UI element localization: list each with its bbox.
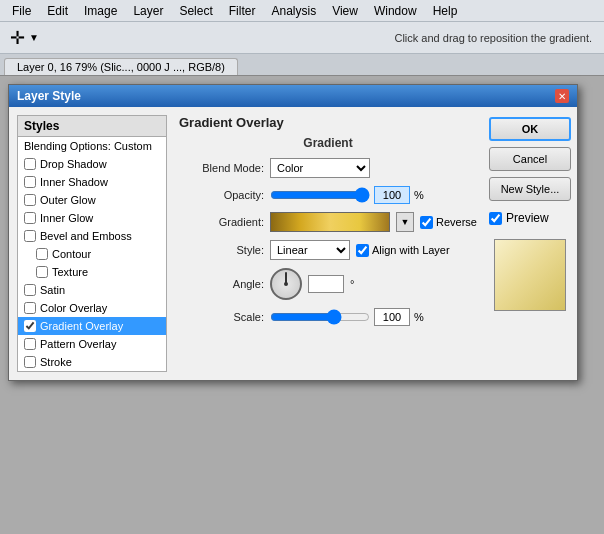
- menu-layer[interactable]: Layer: [125, 2, 171, 20]
- styles-panel-header: Styles: [18, 116, 166, 137]
- gradient-label: Gradient:: [179, 216, 264, 228]
- menubar: File Edit Image Layer Select Filter Anal…: [0, 0, 604, 22]
- blending-options-label: Blending Options: Custom: [24, 140, 152, 152]
- menu-help[interactable]: Help: [425, 2, 466, 20]
- gradient-row: Gradient: ▼ Reverse: [179, 212, 477, 232]
- scale-slider[interactable]: [270, 310, 370, 324]
- dialog-close-button[interactable]: ✕: [555, 89, 569, 103]
- style-group: Linear Radial Angle Reflected Diamond Al…: [270, 240, 477, 260]
- reverse-checkbox[interactable]: [420, 216, 433, 229]
- preview-swatch: [494, 239, 566, 311]
- contour-checkbox[interactable]: [36, 248, 48, 260]
- angle-group: 90 °: [270, 268, 477, 300]
- main-area: Layer Style ✕ Styles Blending Options: C…: [0, 76, 604, 534]
- inner-shadow-label: Inner Shadow: [40, 176, 108, 188]
- gradient-preview[interactable]: [270, 212, 390, 232]
- section-title: Gradient Overlay: [179, 115, 477, 130]
- color-overlay-label: Color Overlay: [40, 302, 107, 314]
- gradient-overlay-checkbox[interactable]: [24, 320, 36, 332]
- scale-label: Scale:: [179, 311, 264, 323]
- cancel-button[interactable]: Cancel: [489, 147, 571, 171]
- angle-dot: [284, 282, 288, 286]
- bevel-emboss-checkbox[interactable]: [24, 230, 36, 242]
- degree-label: °: [350, 278, 354, 290]
- reverse-label-wrapper: Reverse: [420, 216, 477, 229]
- outer-glow-item[interactable]: Outer Glow: [18, 191, 166, 209]
- new-style-button[interactable]: New Style...: [489, 177, 571, 201]
- dialog-title: Layer Style: [17, 89, 81, 103]
- style-row: Style: Linear Radial Angle Reflected Dia…: [179, 240, 477, 260]
- menu-analysis[interactable]: Analysis: [263, 2, 324, 20]
- bevel-emboss-label: Bevel and Emboss: [40, 230, 132, 242]
- stroke-item[interactable]: Stroke: [18, 353, 166, 371]
- stroke-label: Stroke: [40, 356, 72, 368]
- angle-dial[interactable]: [270, 268, 302, 300]
- inner-glow-label: Inner Glow: [40, 212, 93, 224]
- dialog-body: Styles Blending Options: Custom Drop Sha…: [9, 107, 577, 380]
- color-overlay-item[interactable]: Color Overlay: [18, 299, 166, 317]
- stroke-checkbox[interactable]: [24, 356, 36, 368]
- align-label: Align with Layer: [372, 244, 450, 256]
- preview-label-row: Preview: [489, 211, 571, 225]
- layer-style-dialog: Layer Style ✕ Styles Blending Options: C…: [8, 84, 578, 381]
- menu-filter[interactable]: Filter: [221, 2, 264, 20]
- pattern-overlay-checkbox[interactable]: [24, 338, 36, 350]
- drop-shadow-checkbox[interactable]: [24, 158, 36, 170]
- settings-panel: Gradient Overlay Gradient Blend Mode: Co…: [175, 115, 481, 372]
- angle-label: Angle:: [179, 278, 264, 290]
- scale-group: %: [270, 308, 477, 326]
- scale-input[interactable]: [374, 308, 410, 326]
- contour-item[interactable]: Contour: [18, 245, 166, 263]
- pattern-overlay-label: Pattern Overlay: [40, 338, 116, 350]
- menu-window[interactable]: Window: [366, 2, 425, 20]
- contour-label: Contour: [52, 248, 91, 260]
- menu-file[interactable]: File: [4, 2, 39, 20]
- outer-glow-checkbox[interactable]: [24, 194, 36, 206]
- blend-mode-group: Color Normal Multiply Screen: [270, 158, 477, 178]
- blend-mode-label: Blend Mode:: [179, 162, 264, 174]
- align-checkbox[interactable]: [356, 244, 369, 257]
- menu-image[interactable]: Image: [76, 2, 125, 20]
- inner-glow-checkbox[interactable]: [24, 212, 36, 224]
- style-select[interactable]: Linear Radial Angle Reflected Diamond: [270, 240, 350, 260]
- tabbar: Layer 0, 16 79% (Slic..., 0000 J ..., RG…: [0, 54, 604, 76]
- gradient-dropdown-button[interactable]: ▼: [396, 212, 414, 232]
- opacity-group: %: [270, 186, 477, 204]
- pattern-overlay-item[interactable]: Pattern Overlay: [18, 335, 166, 353]
- menu-edit[interactable]: Edit: [39, 2, 76, 20]
- opacity-slider[interactable]: [270, 188, 370, 202]
- move-tool[interactable]: ✛ ▼: [4, 23, 45, 53]
- blending-options-item[interactable]: Blending Options: Custom: [18, 137, 166, 155]
- align-label-wrapper: Align with Layer: [356, 244, 450, 257]
- color-overlay-checkbox[interactable]: [24, 302, 36, 314]
- opacity-percent: %: [414, 189, 424, 201]
- toolbar-hint: Click and drag to reposition the gradien…: [394, 32, 600, 44]
- texture-checkbox[interactable]: [36, 266, 48, 278]
- preview-checkbox[interactable]: [489, 212, 502, 225]
- ok-button[interactable]: OK: [489, 117, 571, 141]
- move-icon: ✛: [10, 27, 25, 49]
- satin-item[interactable]: Satin: [18, 281, 166, 299]
- bevel-emboss-item[interactable]: Bevel and Emboss: [18, 227, 166, 245]
- inner-glow-item[interactable]: Inner Glow: [18, 209, 166, 227]
- opacity-label: Opacity:: [179, 189, 264, 201]
- angle-row: Angle: 90 °: [179, 268, 477, 300]
- inner-shadow-checkbox[interactable]: [24, 176, 36, 188]
- satin-label: Satin: [40, 284, 65, 296]
- angle-input[interactable]: 90: [308, 275, 344, 293]
- document-tab[interactable]: Layer 0, 16 79% (Slic..., 0000 J ..., RG…: [4, 58, 238, 75]
- gradient-overlay-item[interactable]: Gradient Overlay: [18, 317, 166, 335]
- menu-select[interactable]: Select: [171, 2, 220, 20]
- texture-item[interactable]: Texture: [18, 263, 166, 281]
- gradient-overlay-label: Gradient Overlay: [40, 320, 123, 332]
- opacity-input[interactable]: [374, 186, 410, 204]
- scale-row: Scale: %: [179, 308, 477, 326]
- satin-checkbox[interactable]: [24, 284, 36, 296]
- drop-shadow-label: Drop Shadow: [40, 158, 107, 170]
- menu-view[interactable]: View: [324, 2, 366, 20]
- drop-shadow-item[interactable]: Drop Shadow: [18, 155, 166, 173]
- tool-dropdown-icon[interactable]: ▼: [29, 32, 39, 43]
- inner-shadow-item[interactable]: Inner Shadow: [18, 173, 166, 191]
- blend-mode-select[interactable]: Color Normal Multiply Screen: [270, 158, 370, 178]
- subsection-title: Gradient: [179, 136, 477, 150]
